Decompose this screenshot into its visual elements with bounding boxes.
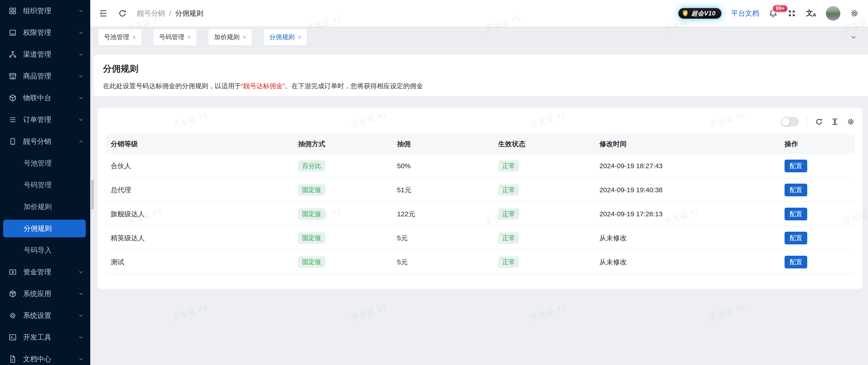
cell-level: 总代理: [105, 178, 293, 202]
dev-watermark-text: 开发版 #1: [171, 302, 209, 323]
method-tag: 固定值: [298, 208, 326, 220]
cell-commission: 122元: [392, 202, 493, 226]
language-switch-icon[interactable]: 文 A: [806, 9, 816, 18]
sidebar-item-goods[interactable]: 商品管理: [0, 65, 90, 87]
configure-button[interactable]: 配置: [784, 256, 807, 268]
sidebar-subitem-number-manage[interactable]: 号码管理: [0, 174, 90, 196]
row-height-icon[interactable]: [831, 118, 839, 126]
dev-watermark-text: 开发版 #1: [350, 302, 389, 323]
chevron-down-icon: [78, 334, 84, 340]
status-badge: 正常: [498, 232, 519, 244]
table-refresh-icon[interactable]: [815, 118, 823, 126]
breadcrumb-parent: 靓号分销: [137, 9, 165, 18]
tab-close-icon[interactable]: ×: [243, 34, 246, 40]
vip-badge[interactable]: 超会V10: [678, 8, 721, 19]
col-modified: 修改时间: [594, 134, 779, 154]
sidebar-item-dev-tools[interactable]: 开发工具: [0, 327, 90, 348]
tab-number-manage[interactable]: 号码管理 ×: [154, 29, 196, 45]
package-icon: [9, 290, 17, 298]
cell-modified: 从未修改: [594, 250, 779, 274]
sidebar-item-iot[interactable]: 物联中台: [0, 87, 90, 109]
toggle-switch[interactable]: [781, 117, 799, 126]
list-icon: [9, 116, 17, 124]
column-settings-gear-icon[interactable]: [847, 118, 855, 126]
table-row: 精英级达人 固定值 5元 正常 从未修改 配置: [105, 226, 855, 250]
sidebar-item-number-distribution[interactable]: 靓号分销: [0, 130, 90, 152]
user-avatar[interactable]: [826, 6, 840, 21]
header-settings-gear-icon[interactable]: [850, 9, 859, 18]
toolbar-divider: [807, 117, 807, 126]
cell-commission: 51元: [392, 178, 493, 202]
sidebar-item-permission[interactable]: 权限管理: [0, 22, 90, 43]
method-tag: 固定值: [298, 184, 326, 196]
sidebar-subitem-markup-rules[interactable]: 加价规则: [0, 196, 90, 218]
sidebar-item-funds[interactable]: 资金管理: [0, 261, 90, 283]
rules-table-card: 分销等级 抽佣方式 抽佣 生效状态 修改时间 操作 合伙人 百分比 50% 正常…: [97, 108, 863, 289]
menu-collapse-icon[interactable]: [99, 9, 108, 18]
sidebar-item-doc-center[interactable]: 文档中心: [0, 348, 90, 365]
status-badge: 正常: [498, 160, 519, 172]
gear-icon: [9, 311, 17, 320]
sidebar-item-label: 商品管理: [23, 71, 78, 81]
laptop-icon: [9, 29, 17, 37]
refresh-icon[interactable]: [118, 9, 127, 18]
sidebar-item-channel[interactable]: 渠道管理: [0, 43, 90, 65]
notifications-button[interactable]: 99+: [769, 9, 778, 18]
sidebar: 组织管理 权限管理 渠道管理 商品管理 物联中台 订单管理: [0, 0, 90, 365]
cell-level: 测试: [105, 250, 293, 274]
cell-level: 旗舰级达人: [105, 202, 293, 226]
document-icon: [9, 355, 17, 363]
phone-icon: [9, 138, 17, 146]
col-status: 生效状态: [493, 134, 594, 154]
cell-level: 精英级达人: [105, 226, 293, 250]
configure-button[interactable]: 配置: [784, 184, 807, 196]
cell-commission: 5元: [392, 250, 493, 274]
chevron-down-icon: [78, 117, 84, 123]
configure-button[interactable]: 配置: [784, 160, 807, 172]
sidebar-item-org[interactable]: 组织管理: [0, 0, 90, 22]
sidebar-item-system-settings[interactable]: 系统设置: [0, 305, 90, 327]
sidebar-item-label: 资金管理: [23, 267, 78, 277]
sidebar-subitem-number-import[interactable]: 号码导入: [0, 239, 90, 261]
tab-close-icon[interactable]: ×: [132, 34, 136, 40]
share-network-icon: [9, 50, 17, 59]
table-header-row: 分销等级 抽佣方式 抽佣 生效状态 修改时间 操作: [105, 134, 855, 154]
platform-docs-link[interactable]: 平台文档: [731, 9, 759, 18]
chevron-down-icon: [78, 30, 84, 36]
method-tag: 固定值: [298, 256, 326, 268]
col-method: 抽佣方式: [293, 134, 392, 154]
tab-list-chevron-icon[interactable]: [847, 27, 860, 48]
sidebar-item-label: 系统应用: [23, 289, 78, 299]
table-toolbar: [105, 113, 855, 130]
status-badge: 正常: [498, 208, 519, 220]
sidebar-subitem-number-pool[interactable]: 号池管理: [0, 152, 90, 174]
breadcrumb-current: 分佣规则: [175, 9, 204, 18]
breadcrumb-separator: /: [169, 9, 171, 18]
chevron-down-icon: [78, 269, 84, 275]
sidebar-subitem-commission-rules[interactable]: 分佣规则: [3, 220, 86, 237]
configure-button[interactable]: 配置: [784, 208, 807, 220]
breadcrumb: 靓号分销 / 分佣规则: [137, 9, 204, 18]
terminal-icon: [9, 333, 17, 341]
chevron-down-icon: [78, 291, 84, 297]
vip-medal-icon: [681, 9, 689, 17]
tab-markup-rules[interactable]: 加价规则 ×: [209, 29, 251, 45]
cell-commission: 5元: [392, 226, 493, 250]
col-level: 分销等级: [105, 134, 293, 154]
sidebar-item-orders[interactable]: 订单管理: [0, 109, 90, 130]
tab-commission-rules[interactable]: 分佣规则 ×: [264, 29, 307, 45]
sidebar-scrollbar-thumb[interactable]: [91, 180, 94, 210]
col-actions: 操作: [779, 134, 855, 154]
tab-close-icon[interactable]: ×: [188, 34, 191, 40]
table-row: 总代理 固定值 51元 正常 2024-09-19 19:40:38 配置: [105, 178, 855, 202]
sidebar-item-system-apps[interactable]: 系统应用: [0, 283, 90, 305]
chevron-down-icon: [78, 73, 84, 79]
status-badge: 正常: [498, 256, 519, 268]
method-tag: 百分比: [298, 160, 326, 172]
configure-button[interactable]: 配置: [784, 232, 807, 244]
grid-icon: [9, 7, 17, 15]
tab-close-icon[interactable]: ×: [298, 34, 301, 40]
tab-number-pool[interactable]: 号池管理 ×: [98, 29, 141, 45]
fullscreen-icon[interactable]: [787, 9, 796, 18]
dev-watermark-text: 开发版 #1: [529, 302, 567, 323]
